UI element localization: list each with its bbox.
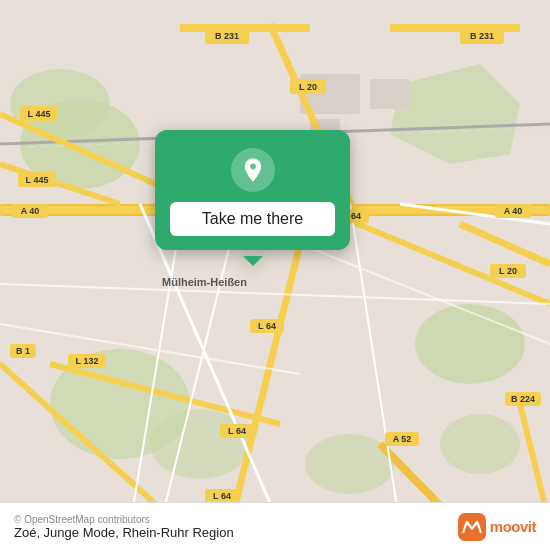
svg-text:L 64: L 64: [228, 426, 246, 436]
svg-text:L 64: L 64: [213, 491, 231, 501]
navigation-popup: Take me there: [155, 130, 350, 250]
location-pin-icon: [231, 148, 275, 192]
map-container: B 231 B 231 L 445 L 445 L 20 A 40 A 40 L…: [0, 0, 550, 550]
popup-icon-area: [231, 130, 275, 202]
svg-text:A 40: A 40: [504, 206, 523, 216]
moovit-brand-text: moovit: [490, 518, 536, 535]
svg-text:B 231: B 231: [215, 31, 239, 41]
bottom-info-bar: © OpenStreetMap contributors Zoé, Junge …: [0, 502, 550, 550]
svg-text:L 20: L 20: [299, 82, 317, 92]
svg-text:L 132: L 132: [76, 356, 99, 366]
map-background: B 231 B 231 L 445 L 445 L 20 A 40 A 40 L…: [0, 0, 550, 550]
moovit-logo[interactable]: moovit: [458, 513, 536, 541]
place-name-label: Zoé, Junge Mode, Rhein-Ruhr Region: [14, 525, 234, 540]
svg-text:B 224: B 224: [511, 394, 535, 404]
take-me-there-button[interactable]: Take me there: [170, 202, 335, 236]
svg-text:Mülheim-Heißen: Mülheim-Heißen: [162, 276, 247, 288]
svg-text:A 52: A 52: [393, 434, 412, 444]
map-attribution: © OpenStreetMap contributors: [14, 514, 234, 525]
svg-point-7: [440, 414, 520, 474]
svg-point-4: [415, 304, 525, 384]
svg-text:L 20: L 20: [499, 266, 517, 276]
svg-rect-10: [370, 79, 410, 109]
svg-text:L 64: L 64: [258, 321, 276, 331]
svg-text:L 445: L 445: [28, 109, 51, 119]
moovit-icon: [458, 513, 486, 541]
svg-text:B 1: B 1: [16, 346, 30, 356]
svg-text:B 231: B 231: [470, 31, 494, 41]
svg-text:L 445: L 445: [26, 175, 49, 185]
svg-text:A 40: A 40: [21, 206, 40, 216]
bottom-left-info: © OpenStreetMap contributors Zoé, Junge …: [14, 514, 234, 540]
